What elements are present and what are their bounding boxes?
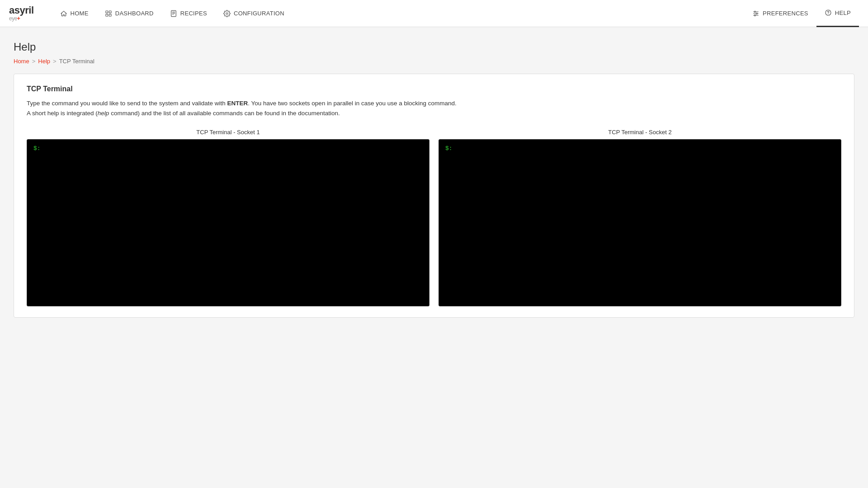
svg-rect-2	[106, 14, 108, 16]
recipes-icon	[170, 10, 177, 17]
nav-configuration-label: CONFIGURATION	[234, 10, 284, 17]
dashboard-icon	[105, 10, 112, 17]
breadcrumb-sep-1: >	[32, 58, 36, 65]
nav-help-label: HELP	[835, 9, 851, 16]
navbar: asyrileye+ HOME DASHBOARD	[0, 0, 868, 27]
terminal-label-socket2: TCP Terminal - Socket 2	[439, 129, 841, 136]
svg-rect-4	[171, 10, 176, 16]
nav-home[interactable]: HOME	[52, 0, 97, 27]
breadcrumb-home[interactable]: Home	[14, 58, 29, 65]
sliders-icon	[752, 10, 760, 17]
card-description: Type the command you would like to send …	[27, 99, 841, 118]
svg-point-8	[226, 13, 228, 14]
card-title: TCP Terminal	[27, 85, 841, 93]
svg-rect-0	[106, 11, 108, 13]
nav-home-label: HOME	[71, 10, 89, 17]
home-icon	[60, 10, 67, 17]
nav-right: PREFERENCES HELP	[744, 0, 859, 27]
nav-dashboard-label: DASHBOARD	[115, 10, 154, 17]
page-title: Help	[14, 41, 854, 53]
terminal-label-socket1: TCP Terminal - Socket 1	[27, 129, 429, 136]
nav-recipes[interactable]: RECIPES	[162, 0, 215, 27]
logo[interactable]: asyrileye+	[9, 5, 34, 22]
desc-line1-before: Type the command you would like to send …	[27, 100, 227, 107]
desc-line2-before: A short help is integrated (	[27, 110, 98, 117]
nav-configuration[interactable]: CONFIGURATION	[215, 0, 292, 27]
logo-text: asyrileye+	[9, 5, 34, 22]
terminals-row: TCP Terminal - Socket 1 $: TCP Terminal …	[27, 129, 841, 306]
terminal-block-socket2: TCP Terminal - Socket 2 $:	[439, 129, 841, 306]
terminal-prompt-socket2: $:	[445, 145, 453, 152]
svg-rect-1	[109, 11, 111, 13]
terminal-window-socket1[interactable]: $:	[27, 139, 429, 306]
terminal-window-socket2[interactable]: $:	[439, 139, 841, 306]
breadcrumb: Home > Help > TCP Terminal	[14, 58, 854, 65]
nav-preferences-label: PREFERENCES	[763, 10, 808, 17]
gear-icon	[223, 10, 231, 17]
desc-line2-after: command) and the list of all available c…	[109, 110, 340, 117]
nav-preferences[interactable]: PREFERENCES	[744, 0, 816, 27]
svg-point-13	[756, 13, 758, 14]
desc-enter: ENTER	[227, 100, 248, 107]
svg-point-14	[755, 14, 756, 16]
nav-help[interactable]: HELP	[816, 0, 859, 27]
svg-point-16	[828, 14, 828, 14]
nav-items: HOME DASHBOARD RECIPES	[52, 0, 745, 27]
svg-point-12	[755, 11, 756, 12]
main-card: TCP Terminal Type the command you would …	[14, 74, 854, 318]
breadcrumb-help[interactable]: Help	[38, 58, 50, 65]
desc-help-cmd: help	[98, 110, 109, 117]
nav-dashboard[interactable]: DASHBOARD	[97, 0, 162, 27]
nav-recipes-label: RECIPES	[180, 10, 207, 17]
breadcrumb-sep-2: >	[53, 58, 57, 65]
terminal-prompt-socket1: $:	[33, 145, 41, 152]
help-icon	[825, 9, 832, 16]
breadcrumb-current: TCP Terminal	[59, 58, 94, 65]
terminal-block-socket1: TCP Terminal - Socket 1 $:	[27, 129, 429, 306]
desc-line1-after: . You have two sockets open in parallel …	[248, 100, 457, 107]
svg-rect-3	[109, 14, 111, 16]
main-content: Help Home > Help > TCP Terminal TCP Term…	[0, 27, 868, 331]
